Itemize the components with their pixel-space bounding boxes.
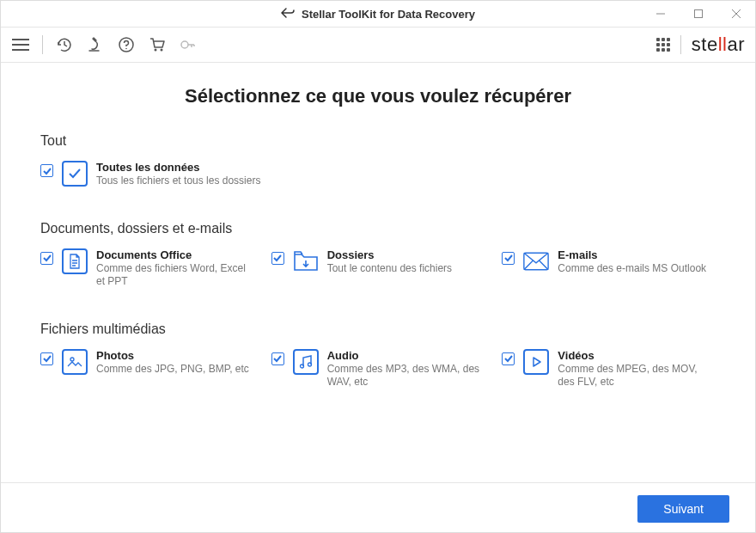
section-docs: Documents, dossiers et e-mails Documents… (40, 221, 716, 289)
divider (42, 35, 43, 54)
cart-icon[interactable] (148, 35, 167, 54)
checkbox-folders[interactable] (271, 252, 284, 265)
check-icon (62, 161, 88, 187)
folder-icon (293, 248, 319, 274)
section-media: Fichiers multimédias Photos Comme des JP… (40, 322, 716, 389)
item-desc: Comme des MPEG, des MOV, des FLV, etc (558, 363, 716, 389)
checkbox-videos[interactable] (502, 352, 515, 365)
item-title: Toutes les données (96, 161, 260, 174)
item-title: Documents Office (96, 248, 254, 261)
checkbox-all-data[interactable] (40, 164, 53, 177)
item-title: Vidéos (558, 349, 716, 362)
svg-rect-1 (695, 10, 703, 18)
back-icon[interactable] (281, 7, 295, 21)
apps-icon[interactable] (656, 38, 670, 52)
document-icon (62, 248, 88, 274)
item-title: Photos (96, 349, 249, 362)
envelope-icon (523, 248, 549, 274)
svg-point-15 (308, 363, 311, 366)
svg-point-10 (161, 49, 163, 52)
item-desc: Comme des MP3, des WMA, des WAV, etc (327, 363, 485, 389)
history-icon[interactable] (55, 35, 74, 54)
section-all: Tout Toutes les données Tous les fichier… (40, 133, 716, 188)
main-content: Sélectionnez ce que vous voulez récupére… (1, 63, 755, 482)
titlebar: Stellar ToolKit for Data Recovery (1, 1, 755, 27)
item-title: Dossiers (327, 248, 452, 261)
svg-point-9 (155, 49, 157, 52)
svg-point-11 (181, 41, 188, 48)
svg-point-14 (300, 365, 303, 368)
item-title: E-mails (558, 248, 706, 261)
window-title: Stellar ToolKit for Data Recovery (302, 8, 475, 21)
item-desc: Comme des fichiers Word, Excel et PPT (96, 262, 254, 289)
item-desc: Comme des JPG, PNG, BMP, etc (96, 363, 249, 377)
section-heading: Fichiers multimédias (40, 322, 716, 337)
page-title: Sélectionnez ce que vous voulez récupére… (40, 85, 716, 107)
item-desc: Tous les fichiers et tous les dossiers (96, 175, 260, 188)
footer: Suivant (1, 482, 755, 533)
close-button[interactable] (717, 1, 755, 27)
photo-icon (62, 349, 88, 375)
checkbox-office[interactable] (40, 252, 53, 265)
next-button[interactable]: Suivant (637, 495, 729, 523)
video-icon (523, 349, 549, 375)
item-desc: Comme des e-mails MS Outlook (558, 262, 706, 276)
section-heading: Tout (40, 133, 716, 149)
brand-logo: stellar (692, 34, 745, 56)
divider (680, 35, 681, 54)
checkbox-emails[interactable] (502, 252, 515, 265)
checkbox-photos[interactable] (40, 352, 53, 365)
item-title: Audio (327, 349, 485, 362)
svg-point-13 (70, 358, 74, 361)
menu-icon[interactable] (11, 35, 30, 54)
toolbar: stellar (1, 27, 755, 63)
minimize-button[interactable] (642, 1, 680, 27)
section-heading: Documents, dossiers et e-mails (40, 221, 716, 236)
svg-point-8 (125, 48, 127, 50)
maximize-button[interactable] (680, 1, 717, 27)
music-icon (293, 349, 319, 375)
microscope-icon[interactable] (86, 35, 105, 54)
item-desc: Tout le contenu des fichiers (327, 262, 452, 276)
help-icon[interactable] (117, 35, 136, 54)
checkbox-audio[interactable] (271, 352, 284, 365)
key-icon[interactable] (179, 35, 198, 54)
